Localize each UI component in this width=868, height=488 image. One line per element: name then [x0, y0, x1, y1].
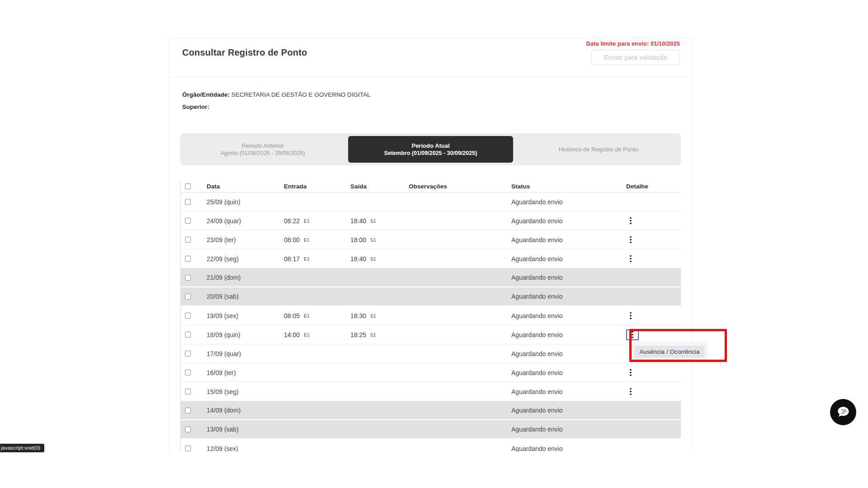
row-status: Aguardando envio	[511, 426, 624, 433]
row-menu-kebab-icon[interactable]	[626, 329, 639, 340]
select-all-checkbox[interactable]	[185, 183, 191, 189]
entrada-tag: E1	[304, 313, 310, 319]
column-header-detalhe: Detalhe	[624, 183, 681, 190]
row-entrada	[284, 353, 350, 354]
entrada-tag: E1	[304, 237, 310, 243]
row-saida	[350, 448, 409, 449]
row-date: 21/09 (dom)	[199, 274, 284, 281]
saida-tag: S1	[370, 256, 376, 262]
row-status: Aguardando envio	[511, 388, 624, 395]
row-entrada: 08:17E1	[284, 255, 350, 263]
column-header-status: Status	[511, 183, 624, 190]
row-checkbox[interactable]	[185, 256, 191, 262]
saida-tag: S1	[370, 218, 376, 224]
detail-dropdown-menu: Ausência / Ocorrência	[633, 343, 706, 359]
row-menu-kebab-icon[interactable]	[626, 387, 635, 397]
row-date: 16/09 (ter)	[199, 369, 284, 376]
row-menu-kebab-icon[interactable]	[626, 368, 635, 378]
row-date: 12/09 (sex)	[199, 445, 284, 452]
superior-line: Superior:	[182, 101, 371, 113]
row-date: 18/09 (quin)	[199, 331, 284, 338]
saida-tag: S1	[370, 237, 376, 243]
row-saida: 18:25S1	[350, 331, 409, 338]
tab-history[interactable]: Histórico de Registro de Ponto	[516, 133, 681, 165]
saida-tag: S1	[370, 332, 376, 338]
submit-validation-button[interactable]: Enviar para validação	[591, 50, 680, 65]
ponto-table: Data Entrada Saída Observações Status De…	[180, 181, 681, 452]
row-checkbox[interactable]	[185, 408, 191, 413]
row-checkbox[interactable]	[185, 218, 191, 224]
row-detalhe	[624, 329, 681, 340]
tab-label: Periodo Anterior	[242, 142, 284, 150]
table-row: 17/09 (quar) Aguardando envio	[181, 344, 681, 363]
table-row: 15/09 (seg) Aguardando envio	[181, 382, 681, 401]
row-detalhe	[624, 254, 681, 264]
period-tabbar: Periodo Anterior Agosto (01/08/2025 - 29…	[180, 133, 681, 165]
tab-previous-period[interactable]: Periodo Anterior Agosto (01/08/2025 - 29…	[180, 133, 345, 165]
row-menu-kebab-icon[interactable]	[626, 216, 635, 226]
row-entrada	[284, 202, 350, 202]
row-detalhe	[624, 387, 681, 397]
row-entrada	[284, 448, 350, 449]
row-checkbox[interactable]	[185, 389, 191, 394]
row-entrada: 14:00E1	[284, 331, 350, 338]
row-date: 15/09 (seg)	[199, 388, 284, 395]
table-row: 25/09 (quin) Aguardando envio	[181, 192, 681, 211]
row-menu-kebab-icon[interactable]	[626, 311, 635, 321]
org-label: Órgão/Entidade:	[182, 91, 230, 98]
row-date: 19/09 (sex)	[199, 312, 284, 319]
table-row: 19/09 (sex) 08:05E1 18:30S1 Aguardando e…	[181, 306, 681, 325]
row-checkbox[interactable]	[185, 446, 191, 451]
row-date: 20/09 (sab)	[199, 293, 284, 300]
tab-current-period[interactable]: Periodo Atual Setembro (01/09/2025 - 30/…	[348, 136, 513, 163]
saida-tag: S1	[370, 313, 376, 319]
row-saida	[350, 410, 409, 411]
row-status: Aguardando envio	[511, 312, 624, 319]
chat-widget-button[interactable]	[830, 399, 856, 425]
row-status: Aguardando envio	[511, 369, 624, 376]
row-saida: 18:40S1	[350, 217, 409, 225]
row-checkbox[interactable]	[185, 237, 191, 243]
row-status: Aguardando envio	[511, 198, 624, 206]
row-checkbox[interactable]	[185, 199, 191, 205]
row-date: 23/09 (ter)	[199, 236, 284, 244]
row-entrada	[284, 277, 350, 278]
table-row: 21/09 (dom) Aguardando envio	[181, 268, 681, 287]
row-status: Aguardando envio	[511, 255, 624, 263]
row-entrada	[284, 410, 350, 411]
row-menu-kebab-icon[interactable]	[626, 235, 635, 245]
table-row: 16/09 (ter) Aguardando envio	[181, 363, 681, 382]
row-entrada	[284, 429, 350, 430]
chat-bubble-icon	[835, 404, 851, 420]
table-row: 22/09 (seg) 08:17E1 18:40S1 Aguardando e…	[181, 249, 681, 268]
column-header-observacoes: Observações	[409, 183, 511, 190]
row-checkbox[interactable]	[185, 332, 191, 338]
row-checkbox[interactable]	[185, 313, 191, 319]
table-row: 23/09 (ter) 08:00E1 18:00S1 Aguardando e…	[181, 230, 681, 249]
row-checkbox[interactable]	[185, 427, 191, 432]
row-status: Aguardando envio	[511, 331, 624, 338]
entrada-tag: E1	[304, 332, 310, 338]
row-status: Aguardando envio	[511, 217, 624, 225]
table-row: 13/09 (sab) Aguardando envio	[181, 420, 681, 439]
column-header-saida: Saída	[350, 183, 409, 190]
row-checkbox[interactable]	[185, 351, 191, 357]
dropdown-item-ausencia-ocorrencia[interactable]: Ausência / Ocorrência	[634, 346, 705, 358]
tab-sublabel: Agosto (01/08/2025 - 29/08/2025)	[221, 150, 305, 157]
row-checkbox[interactable]	[185, 275, 191, 281]
row-checkbox[interactable]	[185, 370, 191, 375]
row-status: Aguardando envio	[511, 293, 624, 300]
row-menu-kebab-icon[interactable]	[626, 254, 635, 264]
row-saida: 18:00S1	[350, 236, 409, 244]
row-checkbox[interactable]	[185, 294, 191, 300]
row-date: 14/09 (dom)	[199, 407, 284, 414]
row-status: Aguardando envio	[511, 407, 624, 414]
statusbar-link-tooltip: javascript:void(0)	[0, 444, 44, 452]
row-date: 13/09 (sab)	[199, 426, 284, 433]
row-entrada: 08:22E1	[284, 217, 350, 225]
entrada-tag: E1	[304, 256, 310, 262]
row-detalhe	[624, 368, 681, 378]
table-row: 18/09 (quin) 14:00E1 18:25S1 Aguardando …	[181, 325, 681, 344]
column-header-data: Data	[199, 183, 284, 190]
tab-label: Histórico de Registro de Ponto	[559, 145, 638, 153]
